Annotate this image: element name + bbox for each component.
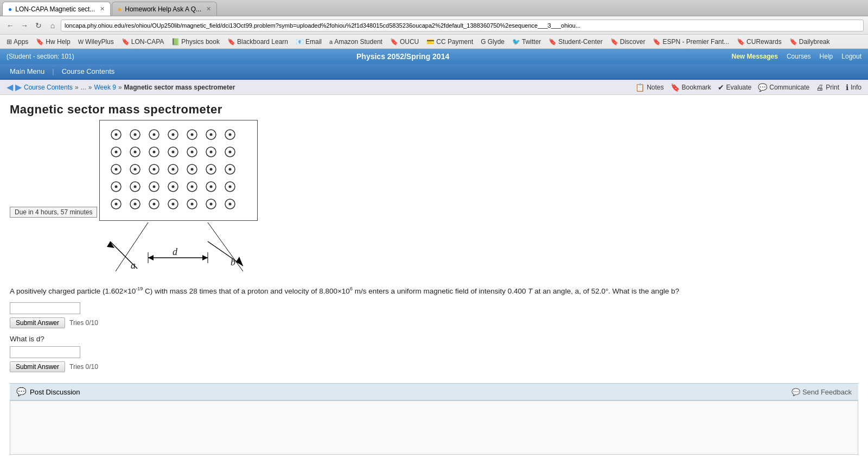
curewards-icon: 🔖 — [737, 38, 745, 46]
submit-button-2[interactable]: Submit Answer — [10, 361, 65, 372]
dailybreak-icon: 🔖 — [789, 38, 797, 46]
info-button[interactable]: ℹ Info — [846, 83, 861, 92]
discussion-text-area[interactable] — [10, 400, 858, 455]
answer-input-1[interactable] — [10, 302, 80, 314]
amazon-icon: a — [329, 39, 333, 45]
notes-button[interactable]: 📋 Notes — [635, 83, 663, 92]
twitter-icon: 🐦 — [512, 38, 520, 46]
bm-amazon[interactable]: a Amazon Student — [326, 37, 386, 47]
breadcrumb-current: Magnetic sector mass spectrometer — [124, 84, 235, 91]
bm-oucu[interactable]: 🔖 OUCU — [387, 37, 422, 47]
diagram-container: // This is rendered via inline SVG circl… — [99, 120, 305, 274]
submit-button-1[interactable]: Submit Answer — [10, 317, 65, 328]
student-info: (Student - section: 101) — [7, 53, 74, 60]
tries-2: Tries 0/10 — [69, 363, 98, 371]
post-discussion-area[interactable]: 💬 Post Discussion — [16, 387, 80, 397]
tab-2[interactable]: ● Homework Help Ask A Q... ✕ — [112, 2, 217, 16]
bm-physics-book[interactable]: 📗 Physics book — [168, 37, 223, 47]
bm-blackboard[interactable]: 🔖 Blackboard Learn — [224, 37, 291, 47]
answer-input-2[interactable] — [10, 346, 80, 358]
bm-lon-capa[interactable]: 🔖 LON-CAPA — [118, 37, 167, 47]
new-messages-link[interactable]: New Messages — [732, 53, 778, 60]
glyde-icon: G — [481, 38, 486, 46]
nav-bar: Main Menu | Course Contents — [0, 64, 868, 80]
svg-point-69 — [229, 203, 232, 206]
communicate-button[interactable]: 💬 Communicate — [758, 83, 809, 92]
page-header: (Student - section: 101) Physics 2052/Sp… — [0, 49, 868, 64]
bm-email[interactable]: 📧 Email — [292, 37, 325, 47]
forward-nav-icon[interactable]: ▶ — [15, 82, 22, 92]
bm-apps[interactable]: ⊞ Apps — [3, 37, 31, 47]
browser-toolbar: ← → ↻ ⌂ — [0, 16, 868, 35]
breadcrumb-ellipsis: ... — [81, 84, 86, 91]
svg-point-59 — [134, 203, 137, 206]
breadcrumb: ◀ ▶ Course Contents » ... » Week 9 » Mag… — [7, 82, 235, 92]
label-a: a — [131, 260, 136, 271]
tab1-close[interactable]: ✕ — [98, 5, 105, 12]
cc-icon: 💳 — [426, 38, 435, 46]
bm-discover[interactable]: 🔖 Discover — [607, 37, 649, 47]
bm-hw-help[interactable]: 🔖 Hw Help — [33, 37, 73, 47]
back-button[interactable]: ← — [4, 20, 16, 31]
tab2-favicon: ● — [118, 5, 122, 13]
svg-point-11 — [210, 133, 213, 136]
bm-dailybreak[interactable]: 🔖 Dailybreak — [786, 37, 833, 47]
lon-capa-icon: 🔖 — [122, 38, 130, 46]
problem-title: Magnetic sector mass spectrometer — [10, 103, 858, 117]
back-nav-icon[interactable]: ◀ — [7, 82, 13, 92]
breadcrumb-course-contents[interactable]: Course Contents — [24, 84, 73, 91]
svg-point-39 — [210, 168, 213, 171]
tab-bar: ● LON-CAPA Magnetic sect... ✕ ● Homework… — [0, 0, 868, 16]
email-icon: 📧 — [296, 38, 304, 46]
tab2-label: Homework Help Ask A Q... — [125, 5, 201, 13]
forward-button[interactable]: → — [18, 20, 30, 31]
svg-point-55 — [229, 186, 232, 188]
apps-icon: ⊞ — [7, 38, 12, 46]
svg-point-23 — [191, 151, 194, 154]
course-contents-link[interactable]: Course Contents — [59, 66, 118, 77]
bookmarks-bar: ⊞ Apps 🔖 Hw Help W WileyPlus 🔖 LON-CAPA … — [0, 35, 868, 49]
tab2-close[interactable]: ✕ — [204, 5, 211, 12]
address-bar[interactable] — [61, 20, 864, 31]
answer-row-2 — [10, 346, 858, 358]
bm-wileyplus[interactable]: W WileyPlus — [75, 37, 117, 47]
bookmark-icon-toolbar: 🔖 — [671, 83, 680, 92]
send-feedback-button[interactable]: 💬 Send Feedback — [792, 388, 852, 396]
discussion-icon: 💬 — [16, 387, 27, 397]
communicate-icon: 💬 — [758, 83, 767, 92]
evaluate-button[interactable]: ✔ Evaluate — [718, 83, 752, 92]
main-menu-link[interactable]: Main Menu — [7, 66, 48, 77]
bm-twitter[interactable]: 🐦 Twitter — [509, 37, 544, 47]
courses-link[interactable]: Courses — [787, 53, 811, 60]
logout-link[interactable]: Logout — [841, 53, 861, 60]
submit-row-2: Submit Answer Tries 0/10 — [10, 361, 858, 372]
svg-point-7 — [172, 133, 175, 136]
refresh-button[interactable]: ↻ — [33, 20, 44, 31]
print-button[interactable]: 🖨 Print — [816, 83, 839, 92]
post-discussion-label: Post Discussion — [30, 388, 80, 396]
bm-curewards[interactable]: 🔖 CURewards — [733, 37, 785, 47]
question-2-label: What is d? — [10, 335, 858, 343]
book-icon: W — [78, 39, 84, 45]
answer-row-1 — [10, 302, 858, 314]
breadcrumb-week9[interactable]: Week 9 — [94, 84, 116, 91]
bookmark-button[interactable]: 🔖 Bookmark — [671, 83, 711, 92]
bm-espn[interactable]: 🔖 ESPN - Premier Fant... — [649, 37, 732, 47]
bm-cc-payment[interactable]: 💳 CC Payment — [423, 37, 476, 47]
svg-point-45 — [134, 186, 137, 188]
help-link[interactable]: Help — [820, 53, 833, 60]
svg-point-41 — [229, 168, 232, 171]
problem-text: A positively charged particle (1.602×10-… — [10, 285, 858, 297]
svg-point-19 — [153, 151, 156, 154]
tab-1[interactable]: ● LON-CAPA Magnetic sect... ✕ — [2, 2, 111, 16]
submit-row-1: Submit Answer Tries 0/10 — [10, 317, 858, 328]
home-button[interactable]: ⌂ — [47, 20, 59, 31]
svg-point-15 — [115, 151, 118, 154]
svg-point-61 — [153, 203, 156, 206]
bm-glyde[interactable]: G Glyde — [477, 37, 508, 47]
svg-point-3 — [134, 133, 137, 136]
nav-separator: | — [52, 67, 54, 75]
print-icon: 🖨 — [816, 83, 824, 92]
discover-icon: 🔖 — [610, 38, 618, 46]
bm-student-center[interactable]: 🔖 Student-Center — [545, 37, 605, 47]
